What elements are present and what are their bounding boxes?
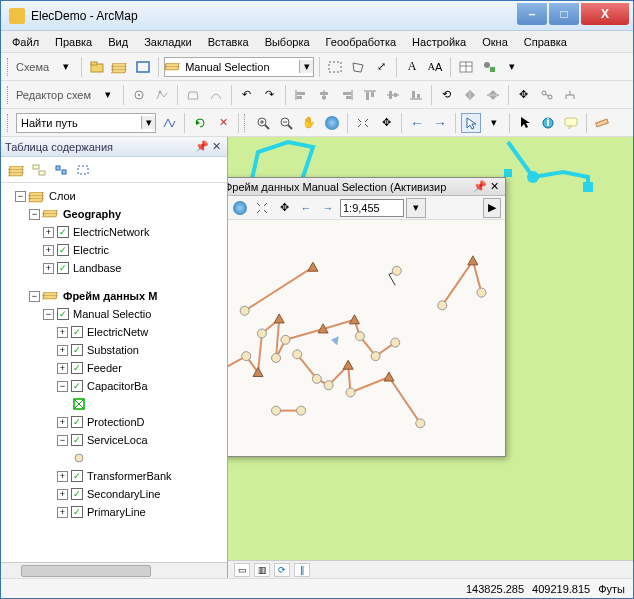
tree-group-dataframe[interactable]: − Фрейм данных M [3, 287, 225, 305]
zoom-in-icon[interactable] [253, 113, 273, 133]
pause-button[interactable]: ‖ [294, 563, 310, 577]
tree-item[interactable]: +✓TransformerBank [3, 467, 225, 485]
close-icon[interactable]: ✕ [487, 180, 501, 193]
forward-icon[interactable]: → [430, 113, 450, 133]
expand-icon[interactable]: + [57, 363, 68, 374]
checkbox[interactable]: ✓ [57, 244, 69, 256]
tool-align-c-icon[interactable] [314, 85, 334, 105]
tool-gear-tree-icon[interactable] [479, 57, 499, 77]
checkbox[interactable]: ✓ [57, 308, 69, 320]
titlebar[interactable]: ElecDemo - ArcMap – □ X [1, 1, 633, 31]
tree-item[interactable]: +✓Landbase [3, 259, 225, 277]
layout-view-button[interactable]: ▥ [254, 563, 270, 577]
checkbox[interactable]: ✓ [71, 470, 83, 482]
expand-icon[interactable]: + [57, 345, 68, 356]
tool-rect-select-icon[interactable] [325, 57, 345, 77]
zoom-out-icon[interactable] [276, 113, 296, 133]
full-extent-icon[interactable] [322, 113, 342, 133]
tree-item[interactable]: +✓Feeder [3, 359, 225, 377]
editor-dropdown-icon[interactable]: ▾ [98, 85, 118, 105]
menu-bookmarks[interactable]: Закладки [137, 34, 199, 50]
forward-icon[interactable]: → [318, 198, 338, 218]
tree-item[interactable]: −✓ServiceLoca [3, 431, 225, 449]
scale-input[interactable] [340, 199, 404, 217]
tree-item[interactable]: +✓Substation [3, 341, 225, 359]
tool-align-t-icon[interactable] [360, 85, 380, 105]
back-icon[interactable]: ← [407, 113, 427, 133]
checkbox[interactable]: ✓ [57, 262, 69, 274]
tool-refresh-icon[interactable] [190, 113, 210, 133]
list-by-vis-icon[interactable] [51, 160, 71, 180]
preview-menu-icon[interactable]: ▶ [483, 198, 501, 218]
checkbox[interactable]: ✓ [71, 434, 83, 446]
checkbox[interactable]: ✓ [71, 344, 83, 356]
cursor-icon[interactable] [515, 113, 535, 133]
tool-align-l-icon[interactable] [291, 85, 311, 105]
refresh-button[interactable]: ⟳ [274, 563, 290, 577]
map-canvas[interactable]: Просмотр - Фрейм данных Manual Selection… [228, 137, 633, 578]
tool-blue-box-icon[interactable] [133, 57, 153, 77]
tool-edit-vertex-icon[interactable] [152, 85, 172, 105]
tool-align-r-icon[interactable] [337, 85, 357, 105]
tool-align-m-icon[interactable] [383, 85, 403, 105]
tool-rotate-icon[interactable]: ⟲ [437, 85, 457, 105]
tool-flip-h-icon[interactable] [460, 85, 480, 105]
toolbar-grip[interactable] [7, 114, 11, 132]
pin-icon[interactable]: 📌 [473, 180, 487, 193]
collapse-icon[interactable]: − [29, 291, 40, 302]
select-dropdown-icon[interactable]: ▾ [484, 113, 504, 133]
expand-icon[interactable]: + [57, 489, 68, 500]
tree-item[interactable]: +✓Electric [3, 241, 225, 259]
tool-flip-v-icon[interactable] [483, 85, 503, 105]
preview-window[interactable]: Просмотр - Фрейм данных Manual Selection… [228, 177, 506, 457]
pin-icon[interactable]: 📌 [195, 140, 209, 154]
back-icon[interactable]: ← [296, 198, 316, 218]
measure-icon[interactable] [592, 113, 612, 133]
tool-text-icon[interactable]: A [402, 57, 422, 77]
collapse-icon[interactable]: − [29, 209, 40, 220]
tool-route-icon[interactable] [159, 113, 179, 133]
preview-titlebar[interactable]: Просмотр - Фрейм данных Manual Selection… [228, 178, 505, 196]
expand-icon[interactable]: + [57, 507, 68, 518]
scale-dropdown-icon[interactable]: ▾ [406, 198, 426, 218]
collapse-icon[interactable]: − [57, 435, 68, 446]
checkbox[interactable]: ✓ [71, 380, 83, 392]
maximize-button[interactable]: □ [549, 3, 579, 25]
tree-item[interactable]: +✓PrimaryLine [3, 503, 225, 521]
data-view-button[interactable]: ▭ [234, 563, 250, 577]
tool-poly-select-icon[interactable] [348, 57, 368, 77]
open-icon[interactable] [87, 57, 107, 77]
tree-root[interactable]: − Слои [3, 187, 225, 205]
expand-icon[interactable]: + [57, 327, 68, 338]
collapse-icon[interactable]: − [15, 191, 26, 202]
toolbar-dropdown2-icon[interactable]: ▾ [502, 57, 522, 77]
chevron-down-icon[interactable]: ▾ [141, 116, 155, 129]
preview-canvas[interactable] [228, 220, 505, 456]
tool-fullext-icon[interactable]: ⤢ [371, 57, 391, 77]
tool-redo-icon[interactable]: ↷ [260, 85, 280, 105]
zoom-full-icon[interactable] [252, 198, 272, 218]
scrollbar-thumb[interactable] [21, 565, 151, 577]
toc-tree[interactable]: − Слои − Geography +✓ElectricNetwork +✓E… [1, 183, 227, 562]
select-tool-icon[interactable] [461, 113, 481, 133]
menu-selection[interactable]: Выборка [258, 34, 317, 50]
list-by-sel-icon[interactable] [73, 160, 93, 180]
pan-cross-icon[interactable]: ✥ [376, 113, 396, 133]
tree-item[interactable]: −✓CapacitorBa [3, 377, 225, 395]
tree-group-geography[interactable]: − Geography [3, 205, 225, 223]
checkbox[interactable]: ✓ [71, 506, 83, 518]
layers-icon[interactable] [110, 57, 130, 77]
tool-curve-icon[interactable] [206, 85, 226, 105]
list-by-draw-icon[interactable] [7, 160, 27, 180]
minimize-button[interactable]: – [517, 3, 547, 25]
menu-geoprocessing[interactable]: Геообработка [319, 34, 404, 50]
info-balloon-icon[interactable] [561, 113, 581, 133]
menu-insert[interactable]: Вставка [201, 34, 256, 50]
menu-customize[interactable]: Настройка [405, 34, 473, 50]
find-path-dropdown[interactable]: Найти путь ▾ [16, 113, 156, 133]
menu-help[interactable]: Справка [517, 34, 574, 50]
tool-node-icon[interactable] [129, 85, 149, 105]
close-icon[interactable]: ✕ [209, 140, 223, 154]
tree-item[interactable]: −✓Manual Selectio [3, 305, 225, 323]
toc-hscroll[interactable] [1, 562, 227, 578]
